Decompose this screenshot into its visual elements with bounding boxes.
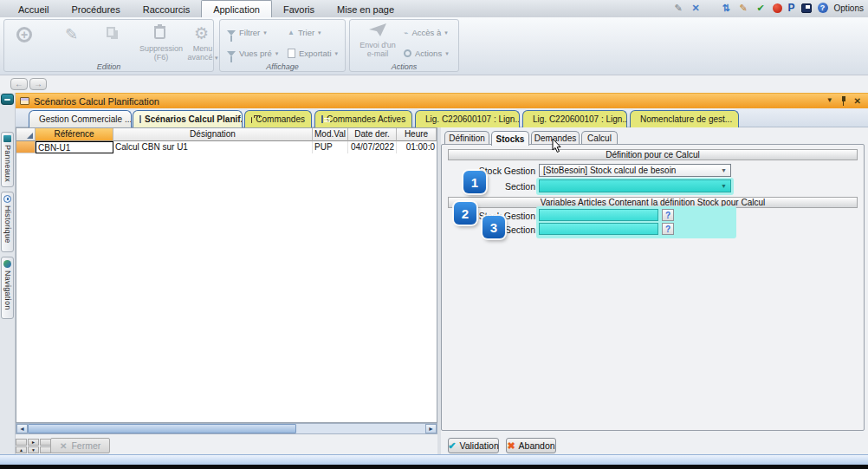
table-hscrollbar[interactable]: ◄ ► [16, 423, 437, 434]
p-icon[interactable]: P [788, 2, 795, 14]
options-button[interactable]: Options [834, 3, 864, 13]
doc-tab-scenarios-calcul[interactable]: Scénarios Calcul Planif... [133, 110, 243, 127]
hierarchy-icon: ⌁ [404, 29, 408, 37]
chevron-down-icon: ▾ [445, 50, 449, 57]
copy-icon[interactable] [107, 27, 115, 37]
detail-tab-stocks[interactable]: Stocks [491, 131, 529, 146]
edit-pencil-icon[interactable]: ✎ [65, 25, 78, 44]
section-var-input[interactable] [539, 223, 658, 235]
pin-icon[interactable] [840, 96, 847, 106]
add-icon[interactable]: + [16, 27, 32, 42]
record-first-button[interactable] [16, 439, 27, 446]
sidebar-item-label: Navigation [3, 270, 12, 310]
doc-tab-gestion-commerciale[interactable]: Gestion Commerciale ... [29, 110, 132, 127]
column-header-designation[interactable]: Désignation [113, 128, 313, 141]
chevron-down-icon: ▾ [215, 55, 218, 61]
check-icon: ✔ [448, 440, 456, 452]
stock-gestion-label: Stock Gestion [449, 166, 535, 176]
scrollbar-thumb[interactable] [28, 424, 296, 433]
panel-icon [3, 135, 11, 142]
column-header-reference[interactable]: Référence [36, 128, 113, 141]
styles-brush-icon[interactable]: ✎ [738, 3, 749, 14]
ribbon-tab-mise-en-page[interactable]: Mise en page [326, 0, 405, 17]
doc-tab-commandes-actives[interactable]: Commandes Actives [314, 110, 412, 127]
collapsed-panel-icon[interactable] [1, 94, 14, 105]
doc-tab-lig-1[interactable]: Lig. C220600107 : Lign... [415, 110, 520, 127]
circle-icon [404, 49, 411, 57]
chevron-down-icon: ▾ [444, 29, 448, 36]
sidebar-item-navigation[interactable]: Navigation [1, 257, 14, 319]
table-corner-cell[interactable] [16, 128, 36, 141]
record-down-button[interactable]: ▼ [28, 446, 39, 453]
exporter-button[interactable]: Exportati▾ [288, 49, 338, 58]
ribbon-tab-raccourcis[interactable]: Raccourcis [132, 0, 201, 17]
ribbon-tab-accueil[interactable]: Accueil [7, 0, 60, 17]
sync-icon[interactable]: ⇅ [721, 3, 732, 14]
ribbon-body: + ✎ ⚙ Suppression(F6) Menuavancé ▾ Editi… [0, 17, 868, 75]
sidebar-item-panneaux[interactable]: Panneaux [1, 132, 14, 187]
help-icon[interactable]: ? [818, 3, 828, 13]
record-up-button[interactable]: ▲ [16, 446, 27, 453]
vues-predefinies-button[interactable]: Vues pré▾ [227, 49, 278, 58]
doc-tab-lig-2[interactable]: Lig. C220600107 : Lign... [522, 110, 627, 127]
step-badge-1: 1 [463, 171, 486, 193]
filtrer-button[interactable]: Filtrer▾ [227, 28, 267, 37]
window-check-icon[interactable]: ✔ [755, 3, 767, 14]
detail-tab-definition[interactable]: Définition [444, 131, 489, 145]
gear-icon[interactable]: ⚙ [194, 23, 209, 43]
close-icon[interactable]: ✕ [854, 96, 861, 106]
delete-trash-icon[interactable] [153, 24, 166, 42]
fermer-button[interactable]: ✕ Fermer [50, 438, 110, 453]
column-header-date[interactable]: Date der. Cal [348, 128, 397, 141]
cell-modval[interactable]: PUP [313, 141, 348, 153]
detail-tab-calcul[interactable]: Calcul [581, 131, 618, 145]
section-help-button[interactable]: ? [662, 223, 674, 235]
column-header-modval[interactable]: Mod.Val [313, 128, 348, 141]
sidebar-item-historique[interactable]: Historique [1, 192, 14, 252]
scroll-right-button[interactable]: ► [425, 424, 437, 433]
status-bar [0, 454, 868, 465]
scroll-left-button[interactable]: ◄ [16, 424, 28, 433]
ribbon-tab-application[interactable]: Application [201, 0, 272, 17]
stock-gestion-select[interactable]: [StoBesoin] Stock calcul de besoin ▼ [539, 164, 731, 177]
doc-tab-commandes[interactable]: Commandes [244, 110, 312, 127]
doc-tab-nomenclature[interactable]: Nomenclature de gest... [630, 110, 739, 127]
group-label-actions: Actions [350, 62, 458, 71]
acces-a-button[interactable]: ⌁ Accès à▾ [404, 28, 448, 37]
chevron-down-icon[interactable]: ▼ [826, 96, 833, 106]
actions-menu-button[interactable]: Actions▾ [404, 49, 449, 58]
ribbon-group-edition: + ✎ ⚙ Suppression(F6) Menuavancé ▾ Editi… [3, 19, 214, 72]
close-blue-icon[interactable]: ✕ [690, 3, 702, 14]
group-label-edition: Edition [4, 62, 213, 71]
cell-reference[interactable]: CBN-U1 [36, 141, 113, 153]
stock-gestion-var-input[interactable] [539, 209, 658, 221]
validation-button[interactable]: ✔ Validation [448, 438, 499, 453]
close-icon: ✕ [60, 441, 67, 451]
ribbon-tab-procedures[interactable]: Procédures [60, 0, 131, 17]
small-window-icon[interactable] [801, 3, 812, 13]
column-header-heure[interactable]: Heure Der. [397, 128, 437, 141]
menu-avance-button[interactable]: Menuavancé ▾ [183, 44, 223, 62]
record-icon[interactable] [773, 3, 782, 13]
abandon-button[interactable]: ✖ Abandon [506, 438, 556, 453]
panel-controls: ▼ ✕ [826, 96, 861, 106]
back-button[interactable]: ← [10, 78, 28, 90]
ribbon-tab-favoris[interactable]: Favoris [272, 0, 326, 17]
sort-asc-icon: ▲ [288, 29, 295, 36]
arrow-left-icon: ← [15, 79, 23, 88]
row-selector[interactable] [16, 141, 36, 153]
cell-date[interactable]: 04/07/2022 [348, 141, 397, 153]
cell-designation[interactable]: Calcul CBN sur U1 [113, 141, 313, 153]
mouse-cursor [552, 139, 562, 154]
forward-button[interactable]: → [29, 78, 47, 90]
send-email-icon [369, 23, 386, 37]
arrow-right-icon: ► [428, 426, 434, 432]
edit-signature-icon[interactable]: ✎ [673, 3, 684, 14]
envoi-email-button[interactable]: Envoi d'une-mail [357, 23, 398, 59]
cell-heure[interactable]: 01:00:0 [397, 141, 437, 153]
filter-icon [227, 51, 236, 56]
record-next-button[interactable]: ► [28, 439, 39, 446]
section-select[interactable]: ▼ [539, 179, 731, 192]
trier-button[interactable]: ▲ Trier▾ [288, 28, 321, 37]
stock-gestion-help-button[interactable]: ? [662, 209, 674, 221]
